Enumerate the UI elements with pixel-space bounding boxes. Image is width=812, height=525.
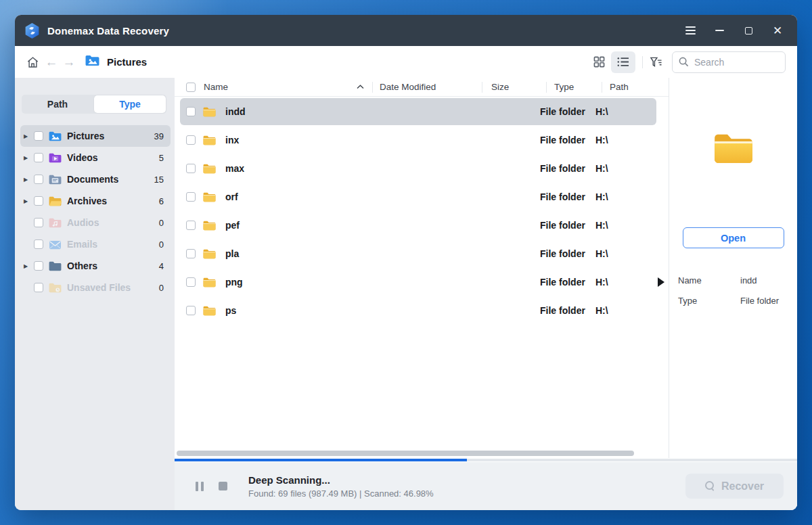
filter-icon[interactable] [650, 56, 662, 68]
sidebar-item-label: Emails [67, 239, 97, 250]
back-icon[interactable]: ← [43, 55, 60, 70]
item-checkbox[interactable] [34, 239, 43, 249]
row-type: File folder [537, 135, 593, 145]
item-checkbox[interactable] [34, 261, 43, 271]
horizontal-scrollbar[interactable] [177, 451, 634, 456]
row-checkbox[interactable] [186, 306, 196, 315]
item-checkbox[interactable] [34, 196, 43, 206]
category-icon [48, 281, 63, 294]
item-checkbox[interactable] [34, 218, 43, 227]
sidebar-item-documents[interactable]: ▶ Documents 15 [20, 168, 171, 190]
row-checkbox[interactable] [186, 107, 196, 116]
sidebar-item-videos[interactable]: ▶ Videos 5 [20, 147, 171, 168]
row-type: File folder [537, 248, 593, 259]
expand-chevron-icon[interactable]: ▶ [24, 177, 32, 183]
column-header-name[interactable]: Name [196, 82, 372, 93]
row-checkbox[interactable] [186, 164, 196, 173]
forward-icon[interactable]: → [60, 55, 78, 70]
expand-chevron-icon[interactable]: ▶ [24, 133, 32, 139]
row-checkbox[interactable] [186, 277, 196, 287]
preview-panel: Open Name indd Type File folder [669, 78, 797, 458]
detail-value: File folder [740, 296, 788, 306]
sidebar-item-count: 39 [154, 131, 164, 141]
list-view-icon[interactable] [611, 51, 635, 73]
collapse-panel-icon[interactable] [658, 277, 664, 287]
sidebar: Path Type ▶ Pictures 39 ▶ Videos 5 ▶ Doc… [15, 78, 175, 510]
folder-icon [202, 305, 217, 317]
sidebar-item-emails[interactable]: ▶ Emails 0 [20, 233, 171, 255]
sidebar-item-others[interactable]: ▶ Others 4 [20, 255, 171, 277]
expand-chevron-icon[interactable]: ▶ [24, 155, 32, 161]
row-name: pla [225, 248, 239, 259]
expand-chevron-icon[interactable]: ▶ [24, 263, 32, 269]
row-checkbox[interactable] [186, 135, 196, 145]
category-icon [48, 216, 63, 229]
column-header-size[interactable]: Size [482, 82, 546, 93]
app-window: Donemax Data Recovery ✕ ← → Pictures [15, 15, 797, 510]
close-icon[interactable]: ✕ [770, 23, 785, 38]
grid-view-icon[interactable] [587, 51, 611, 73]
row-name: indd [225, 106, 246, 117]
table-row[interactable]: indd File folder H:\ [180, 98, 656, 125]
select-all-checkbox[interactable] [186, 83, 196, 92]
item-checkbox[interactable] [34, 153, 43, 162]
item-checkbox[interactable] [34, 283, 43, 292]
menu-icon[interactable] [683, 23, 698, 38]
tab-type[interactable]: Type [94, 95, 166, 113]
table-row[interactable]: png File folder H:\ [180, 269, 656, 296]
search-box[interactable] [672, 51, 786, 73]
sidebar-item-count: 0 [159, 283, 164, 293]
sidebar-tabs: Path Type [22, 95, 166, 114]
scan-status-details: Found: 69 files (987.49 MB) | Scanned: 4… [248, 488, 434, 499]
folder-icon [202, 163, 217, 175]
table-row[interactable]: pla File folder H:\ [180, 240, 656, 267]
open-button[interactable]: Open [683, 227, 784, 248]
pause-icon[interactable] [196, 482, 204, 491]
row-type: File folder [537, 305, 593, 316]
row-checkbox[interactable] [186, 221, 196, 230]
row-checkbox[interactable] [186, 192, 196, 202]
row-path: H:\ [593, 191, 656, 202]
table-row[interactable]: inx File folder H:\ [180, 127, 656, 154]
column-header-path[interactable]: Path [602, 82, 669, 93]
category-icon [48, 195, 63, 207]
row-name: orf [225, 191, 238, 202]
table-header: Name Date Modified Size Type Path [175, 78, 669, 97]
column-header-type[interactable]: Type [546, 82, 602, 93]
item-checkbox[interactable] [34, 175, 43, 184]
folder-icon [202, 220, 217, 231]
row-name: inx [225, 135, 239, 145]
maximize-icon[interactable] [741, 23, 756, 38]
table-row[interactable]: orf File folder H:\ [180, 183, 656, 210]
search-icon [679, 57, 689, 67]
table-row[interactable]: pef File folder H:\ [180, 212, 656, 239]
minimize-icon[interactable] [712, 23, 727, 38]
column-header-date-modified[interactable]: Date Modified [372, 82, 482, 93]
expand-chevron-icon[interactable]: ▶ [24, 198, 32, 204]
file-list: Name Date Modified Size Type Path indd F… [175, 78, 669, 458]
home-icon[interactable] [26, 56, 39, 68]
tab-path[interactable]: Path [22, 95, 93, 114]
row-checkbox[interactable] [186, 249, 196, 258]
detail-value: indd [740, 275, 788, 286]
sidebar-item-unsaved-files[interactable]: ▶ Unsaved Files 0 [20, 277, 171, 298]
recover-button[interactable]: Recover [685, 474, 784, 499]
file-type-tree: ▶ Pictures 39 ▶ Videos 5 ▶ Documents 15 … [15, 125, 175, 298]
folder-icon [202, 248, 217, 260]
sidebar-item-archives[interactable]: ▶ Archives 6 [20, 190, 171, 212]
row-path: H:\ [593, 305, 656, 316]
sidebar-item-pictures[interactable]: ▶ Pictures 39 [20, 125, 171, 147]
detail-row: Type File folder [678, 296, 788, 306]
category-icon [48, 152, 63, 164]
stop-icon[interactable] [219, 482, 227, 490]
item-checkbox[interactable] [34, 131, 43, 141]
sidebar-item-audios[interactable]: ▶ Audios 0 [20, 212, 171, 233]
table-row[interactable]: max File folder H:\ [180, 155, 656, 182]
search-input[interactable] [694, 57, 769, 68]
sidebar-item-label: Documents [67, 174, 118, 185]
sidebar-item-count: 0 [159, 239, 164, 250]
table-row[interactable]: ps File folder H:\ [180, 297, 656, 324]
row-type: File folder [537, 106, 593, 117]
row-type: File folder [537, 163, 593, 174]
sidebar-item-count: 0 [159, 218, 164, 228]
